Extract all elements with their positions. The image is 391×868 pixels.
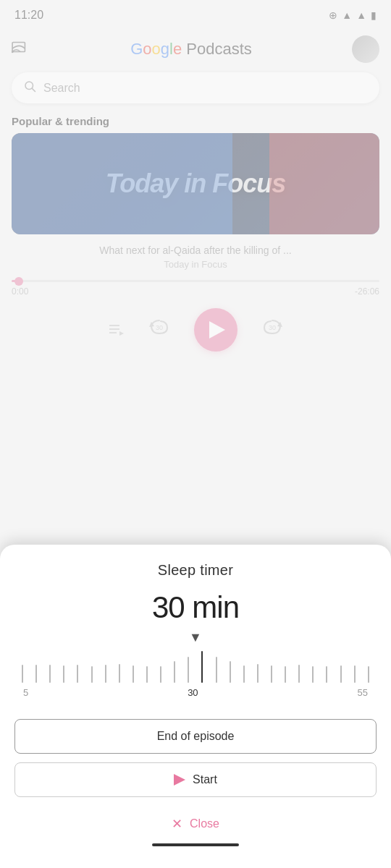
play-button[interactable] [194, 308, 237, 352]
progress-dot [14, 277, 23, 286]
close-button[interactable]: ✕ Close [14, 812, 377, 836]
tick-mark [312, 666, 314, 683]
slider-caret-icon: ▼ [14, 631, 377, 644]
tick-mark [243, 665, 245, 683]
tick-mark [119, 664, 120, 683]
tick-mark [230, 661, 231, 683]
close-label: Close [190, 817, 219, 830]
tick-mark [354, 665, 356, 683]
tick-mark [368, 666, 369, 683]
start-play-icon [174, 774, 185, 786]
tick-mark [146, 666, 148, 683]
tick-label-min: 5 [23, 687, 28, 698]
podcast-banner[interactable]: Today in Focus [12, 133, 379, 234]
start-label: Start [193, 773, 217, 786]
queue-button[interactable] [107, 321, 125, 339]
tick-mark [63, 665, 64, 683]
tick-track [22, 647, 369, 683]
tick-mark [285, 666, 286, 683]
episode-title: What next for al-Qaida after the killing… [14, 244, 377, 256]
tick-mark [271, 665, 272, 683]
banner-overlay-red [269, 133, 379, 234]
close-icon: ✕ [172, 816, 182, 832]
player-controls: 30 30 [0, 299, 391, 359]
tick-mark [201, 651, 203, 683]
play-icon [209, 321, 225, 339]
cast-icon[interactable] [12, 38, 30, 61]
svg-text:30: 30 [156, 324, 163, 331]
battery-icon: ▮ [371, 9, 377, 21]
circle-sync-icon: ⊕ [329, 9, 337, 21]
search-icon [23, 80, 36, 96]
tick-mark [174, 661, 175, 683]
forward-button[interactable]: 30 [261, 316, 284, 344]
tick-mark [216, 657, 217, 683]
end-of-episode-button[interactable]: End of episode [14, 719, 377, 754]
tick-mark [49, 665, 51, 683]
tick-mark [160, 666, 161, 683]
app-logo: Google Podcasts [130, 40, 252, 59]
svg-marker-7 [119, 331, 124, 336]
player-progress[interactable]: 0:00 -26:06 [0, 273, 391, 299]
tick-label-max: 55 [358, 687, 368, 698]
progress-track[interactable] [12, 280, 379, 282]
section-header-popular: Popular & trending [0, 112, 391, 133]
current-time: 0:00 [12, 286, 28, 297]
tick-mark [105, 665, 106, 683]
rewind-button[interactable]: 30 [148, 316, 171, 344]
nav-indicator [152, 843, 239, 846]
svg-text:30: 30 [269, 324, 276, 331]
tick-mark [340, 665, 342, 683]
tick-mark [35, 665, 37, 683]
status-icons: ⊕ ▲ ▲ ▮ [329, 9, 377, 21]
search-placeholder: Search [43, 82, 80, 95]
tick-slider[interactable]: 5 30 55 [22, 647, 369, 705]
tick-mark [22, 665, 23, 683]
bg-content: Today in Focus What next for al-Qaida af… [0, 133, 391, 359]
tick-mark [298, 665, 300, 683]
sleep-timer-sheet: Sleep timer 30 min ▼ 5 30 55 End of epis… [0, 545, 391, 868]
status-time: 11:20 [14, 9, 43, 22]
app-bar: Google Podcasts [0, 29, 391, 69]
tick-label-center: 30 [188, 687, 198, 698]
start-button[interactable]: Start [14, 762, 377, 797]
avatar[interactable] [352, 35, 379, 63]
tick-mark [326, 666, 327, 683]
tick-labels: 5 30 55 [22, 687, 369, 698]
progress-times: 0:00 -26:06 [12, 285, 379, 298]
status-bar: 11:20 ⊕ ▲ ▲ ▮ [0, 0, 391, 29]
banner-overlay-blue [12, 133, 232, 234]
wifi-icon: ▲ [342, 9, 352, 21]
svg-line-3 [32, 88, 35, 91]
signal-icon: ▲ [356, 9, 366, 21]
tick-mark [188, 657, 189, 683]
tick-mark [77, 665, 78, 683]
episode-info: What next for al-Qaida after the killing… [0, 234, 391, 273]
tick-mark [91, 666, 93, 683]
sleep-timer-title: Sleep timer [14, 562, 377, 579]
tick-mark [257, 664, 258, 683]
remaining-time: -26:06 [355, 286, 379, 297]
episode-podcast-name: Today in Focus [14, 259, 377, 270]
tick-mark [133, 665, 134, 683]
search-bar[interactable]: Search [12, 72, 379, 103]
timer-value: 30 min [14, 590, 377, 625]
